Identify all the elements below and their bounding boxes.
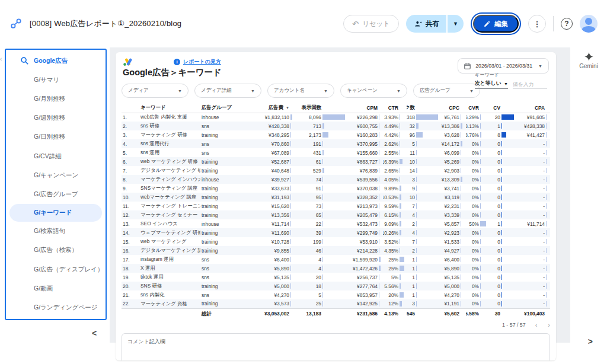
prev-page-button[interactable]: ‹ <box>535 321 538 328</box>
reset-button[interactable]: ↶ リセット <box>343 15 399 33</box>
table-row[interactable]: 13.SEO インハウスinhouse¥11,71422¥532,4739.09… <box>122 219 550 228</box>
sidebar-item-label: G/検索語句 <box>34 227 65 235</box>
cell-bar <box>290 132 291 138</box>
table-row[interactable]: 1.web広告 内製化 支援inhouse¥1,832,1108,096¥226… <box>122 113 550 122</box>
help-button[interactable]: ? <box>561 18 573 30</box>
cell-bar <box>400 114 400 120</box>
table-row[interactable]: 7.デジタルマーケティング 研修training¥40,648529¥76,83… <box>122 166 550 175</box>
column-header[interactable]: CV <box>488 103 517 113</box>
table-row[interactable]: 18.X 運用sns¥5,8904¥1,472,42625%1¥5,8900%0… <box>122 264 550 273</box>
column-header[interactable]: CPC <box>441 103 466 113</box>
table-row[interactable]: 8.マーケティング インハウスinhouse¥39,92774¥539,5564… <box>122 175 550 184</box>
gemini-button[interactable]: Gemini <box>570 52 607 69</box>
sidebar-item[interactable]: G/日別推移 <box>6 127 106 146</box>
cell-bar <box>480 292 481 298</box>
cell-bar <box>480 150 481 155</box>
cell-bar <box>416 177 417 182</box>
keyword-value-input[interactable] <box>513 81 547 89</box>
table-row[interactable]: 10.webマーケティング 講座training¥31,19395¥328,35… <box>122 193 550 202</box>
cell-bar <box>546 283 547 289</box>
sidebar-item[interactable]: G/キャンペーン <box>6 166 106 185</box>
table-row[interactable]: 5.sns 運用sns¥67,089431¥155,6602.55%11¥6,0… <box>122 148 550 157</box>
table-row[interactable]: 12.マーケティング セミナーtraining¥13,35665¥205,479… <box>122 210 550 219</box>
column-header[interactable]: CPA <box>517 103 550 113</box>
sidebar-item-label: G/動画 <box>34 285 53 293</box>
user-avatar[interactable] <box>580 15 598 33</box>
column-header[interactable]: CVR <box>466 103 488 113</box>
sidebar-expander-icon[interactable]: ‹ <box>0 56 2 62</box>
sidebar-collapse-button[interactable]: < <box>92 328 97 338</box>
filter-dropdown[interactable]: キャンペーン▼ <box>340 84 407 98</box>
comment-input-box[interactable]: コメント記入欄 <box>122 333 550 360</box>
metric-cell: ¥213,973 <box>347 202 383 210</box>
metric-cell: 25 <box>295 299 347 308</box>
table-row[interactable]: 17.instagram 運用sns¥6,4004¥1,599,92025%1¥… <box>122 255 550 264</box>
ad-group-cell: training <box>200 282 264 290</box>
metric-cell: 0 <box>488 264 517 273</box>
table-row[interactable]: 11.マーケティング トレーニングtraining¥15,62073¥213,9… <box>122 202 550 210</box>
cell-bar <box>461 274 461 280</box>
column-header[interactable]: CPM <box>347 103 383 113</box>
row-number: 19. <box>122 273 139 282</box>
cell-bar <box>501 114 514 120</box>
metric-cell: 73 <box>295 202 347 210</box>
sidebar-item[interactable]: G/広告グループ <box>6 185 106 204</box>
share-dropdown-caret[interactable]: ▼ <box>446 15 464 33</box>
metric-cell: ¥370,038 <box>347 184 383 193</box>
sidebar-item[interactable]: G/CV詳細 <box>6 147 106 166</box>
table-row[interactable]: 16.デジタルマーケティング 講座training¥9,85546¥214,22… <box>122 246 550 255</box>
share-button[interactable]: 共有 ▼ <box>406 15 464 33</box>
column-header[interactable]: CTR <box>383 103 407 113</box>
table-row[interactable]: 22.マーケティング 資格training¥3,57325¥142,92512%… <box>122 299 550 308</box>
metric-cell: 191 <box>295 139 347 148</box>
sidebar-item[interactable]: G/サマリ <box>6 71 106 90</box>
column-header[interactable] <box>122 103 139 113</box>
table-row[interactable]: 20.SNS 研修training¥5,00018¥277,7645.56%1¥… <box>122 282 550 290</box>
sidebar-section-google-ads[interactable]: Google広告 <box>6 52 106 71</box>
filter-dropdown[interactable]: メディア▼ <box>122 84 189 98</box>
keyword-operator-select[interactable]: 次と等しい ▼ <box>475 80 508 89</box>
table-row[interactable]: 14.ウェブマーケティング 研修training¥11,69039¥299,74… <box>122 228 550 237</box>
edit-button[interactable]: 編集 <box>473 15 519 33</box>
table-row[interactable]: 2.sns 研修sns¥428,338713¥600,7554.49%32¥13… <box>122 122 550 130</box>
cell-bar <box>322 248 323 253</box>
cell-bar <box>461 257 461 262</box>
avatar-person-icon <box>585 18 592 25</box>
sidebar-item[interactable]: G/週別推移 <box>6 108 106 127</box>
filter-dropdown[interactable]: アカウント名▼ <box>267 84 334 98</box>
sidebar-item[interactable]: G/広告（検索） <box>6 241 106 260</box>
sidebar-item[interactable]: G/キーワード <box>9 204 102 222</box>
cell-bar <box>379 221 379 226</box>
filter-dropdown[interactable]: メディア詳細▼ <box>194 84 261 98</box>
table-row[interactable]: 9.SNSマーケティング 講座training¥33,67391¥370,038… <box>122 184 550 193</box>
filter-bar: メディア▼メディア詳細▼アカウント名▼キャンペーン▼広告グループ▼ キーワード … <box>122 84 550 98</box>
cell-bar <box>379 159 379 164</box>
sidebar-item[interactable]: G/動画 <box>6 279 106 298</box>
column-header[interactable]: 広告費▼ <box>264 103 295 113</box>
table-row[interactable]: 3.マーケティング 研修training¥348,2952,173¥160,28… <box>122 130 550 139</box>
cell-bar <box>416 132 423 138</box>
metric-cell: 0% <box>466 282 488 290</box>
pagination-range: 1 - 57 / 57 <box>502 322 526 328</box>
column-header[interactable]: キーワード <box>139 103 200 113</box>
table-row[interactable]: 15.web マーケティングtraining¥10,728199¥53,9103… <box>122 237 550 246</box>
metric-cell: ¥39,927 <box>264 175 295 184</box>
report-guide-link[interactable]: i レポートの見方 <box>174 58 221 66</box>
sidebar-item[interactable]: G/ランディングページ <box>6 298 106 317</box>
table-row[interactable]: 21.sns 内製化sns¥4,2705¥853,95720%1¥4,2700%… <box>122 290 550 299</box>
metric-cell: ¥160,283 <box>347 130 383 139</box>
table-row[interactable]: 19.tiktok 運用sns¥5,13520¥256,7375%1¥5,135… <box>122 273 550 282</box>
sidebar-item[interactable]: G/広告（ディスプレイ） <box>6 260 106 279</box>
more-options-button[interactable]: ⋮ <box>528 15 546 33</box>
table-row[interactable]: 6.web マーケティング 研修training¥52,68761¥863,72… <box>122 157 550 166</box>
rail-expand-button[interactable]: > <box>588 337 593 346</box>
column-header[interactable]: クリック数 <box>407 103 441 113</box>
column-header[interactable]: 表示回数 <box>295 103 347 113</box>
sidebar-item[interactable]: G/月別推移 <box>6 90 106 108</box>
column-header[interactable]: 広告グループ <box>200 103 264 113</box>
filter-dropdown[interactable]: 広告グループ▼ <box>413 84 480 98</box>
table-row[interactable]: 4.sns 運用代行sns¥70,860191¥370,9952.62%5¥14… <box>122 139 550 148</box>
metric-cell: 8.76% <box>466 130 488 139</box>
next-page-button[interactable]: › <box>548 321 550 328</box>
sidebar-item[interactable]: G/検索語句 <box>6 222 106 241</box>
